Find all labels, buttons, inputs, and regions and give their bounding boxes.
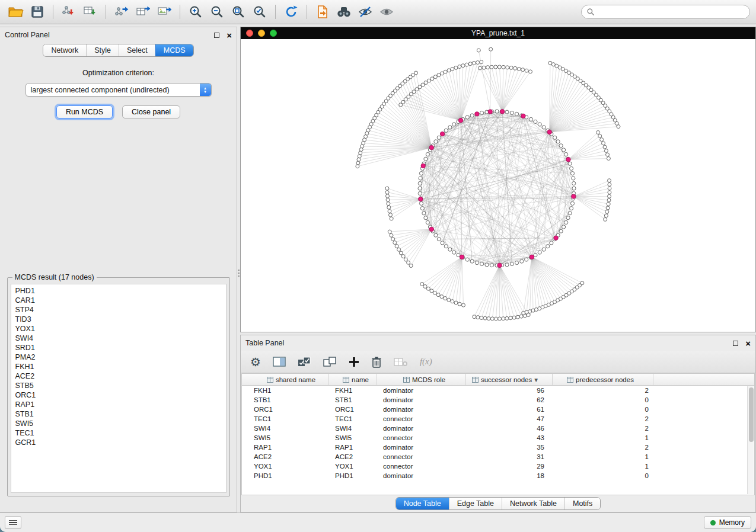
list-item[interactable]: STB1 <box>11 409 226 419</box>
export-table-button[interactable] <box>133 3 153 21</box>
memory-button[interactable]: Memory <box>704 516 751 529</box>
delete-table-button[interactable] <box>394 357 408 367</box>
create-column-button[interactable] <box>349 357 359 367</box>
cell-successor-nodes: 47 <box>466 414 553 424</box>
list-item[interactable]: SRD1 <box>11 343 226 352</box>
cell-predecessor-nodes: 1 <box>553 452 653 462</box>
open-folder-icon <box>8 5 24 18</box>
table-row[interactable]: SWI4 SWI4 dominator 46 2 <box>242 424 754 433</box>
list-item[interactable]: FKH1 <box>11 362 226 371</box>
cell-mcds-role: dominator <box>377 443 466 452</box>
tab-network-table[interactable]: Network Table <box>502 498 564 509</box>
zoom-selected-button[interactable] <box>250 3 270 21</box>
close-panel-button[interactable]: Close panel <box>122 105 180 118</box>
tab-node-table[interactable]: Node Table <box>396 498 449 509</box>
list-item[interactable]: SWI5 <box>11 419 226 428</box>
list-item[interactable]: YOX1 <box>11 324 226 334</box>
cell-successor-nodes: 29 <box>466 462 553 471</box>
list-item[interactable]: ORC1 <box>11 390 226 400</box>
list-item[interactable]: PMA2 <box>11 352 226 362</box>
cell-predecessor-nodes: 1 <box>553 433 653 443</box>
tab-style[interactable]: Style <box>86 44 119 56</box>
cell-name: SWI5 <box>329 433 377 443</box>
list-item[interactable]: PHD1 <box>11 286 226 296</box>
tab-network[interactable]: Network <box>43 44 86 56</box>
table-settings-button[interactable]: ⚙ <box>250 356 261 368</box>
list-item[interactable]: TEC1 <box>11 428 226 438</box>
cell-shared-name: PHD1 <box>249 471 329 480</box>
panel-splitter[interactable] <box>237 27 240 512</box>
close-table-panel-icon[interactable]: × <box>745 339 751 348</box>
import-table-icon <box>83 5 97 19</box>
function-builder-button[interactable]: f(x) <box>420 357 432 367</box>
minimize-window-icon[interactable] <box>258 30 265 37</box>
list-item[interactable]: SWI4 <box>11 334 226 343</box>
export-image-button[interactable] <box>154 3 174 21</box>
table-row[interactable]: ACE2 ACE2 connector 31 1 <box>242 452 754 462</box>
column-header-successor-nodes[interactable]: successor nodes ▾ <box>466 374 553 385</box>
network-search-button[interactable] <box>334 3 354 21</box>
tab-select[interactable]: Select <box>119 44 155 56</box>
cell-predecessor-nodes: 2 <box>553 386 653 395</box>
list-item[interactable]: CAR1 <box>11 296 226 305</box>
sort-indicator-icon: ▾ <box>534 376 538 384</box>
status-menu-button[interactable] <box>5 516 21 529</box>
import-network-button[interactable] <box>59 3 79 21</box>
apply-layout-button[interactable] <box>281 3 301 21</box>
table-row[interactable]: STB1 STB1 dominator 62 0 <box>242 395 754 405</box>
cell-successor-nodes: 62 <box>466 395 553 405</box>
run-mcds-button[interactable]: Run MCDS <box>56 105 113 118</box>
table-row[interactable]: YOX1 YOX1 connector 29 1 <box>242 462 754 471</box>
save-session-button[interactable] <box>27 3 47 21</box>
zoom-in-button[interactable] <box>186 3 206 21</box>
status-bar: Memory <box>0 512 756 532</box>
import-table-button[interactable] <box>80 3 100 21</box>
search-input[interactable] <box>598 8 745 16</box>
table-row[interactable]: PHD1 PHD1 dominator 18 0 <box>242 471 754 480</box>
table-row[interactable]: TEC1 TEC1 connector 47 2 <box>242 414 754 424</box>
list-item[interactable]: STP4 <box>11 305 226 315</box>
toggle-visibility-button[interactable] <box>377 3 397 21</box>
control-panel-tabbar: Network Style Select MCDS <box>0 44 237 57</box>
optimization-criterion-select[interactable]: largest connected component (undirected)… <box>25 83 212 97</box>
column-header-name[interactable]: name <box>329 374 377 385</box>
close-panel-icon[interactable]: × <box>227 31 232 40</box>
open-session-button[interactable] <box>6 3 26 21</box>
table-row[interactable]: ORC1 ORC1 dominator 61 0 <box>242 405 754 414</box>
delete-column-button[interactable] <box>371 356 382 368</box>
cell-mcds-role: dominator <box>377 405 466 414</box>
table-body: FKH1 FKH1 dominator 96 2 STB1 STB1 domin… <box>242 386 754 480</box>
zoom-fit-button[interactable] <box>228 3 248 21</box>
list-item[interactable]: GCR1 <box>11 438 226 447</box>
tab-mcds[interactable]: MCDS <box>155 44 193 56</box>
zoom-out-button[interactable] <box>207 3 227 21</box>
import-public-database-button[interactable] <box>312 3 333 21</box>
close-window-icon[interactable] <box>246 30 253 37</box>
tab-motifs[interactable]: Motifs <box>564 498 600 509</box>
list-item[interactable]: TID3 <box>11 315 226 324</box>
maximize-window-icon[interactable] <box>270 30 277 37</box>
list-item[interactable]: RAP1 <box>11 400 226 409</box>
column-header-shared-name[interactable]: shared name <box>249 374 329 385</box>
cell-predecessor-nodes: 2 <box>553 424 653 433</box>
float-panel-icon[interactable] <box>214 33 219 38</box>
table-row[interactable]: RAP1 RAP1 dominator 35 2 <box>242 443 754 452</box>
cell-predecessor-nodes: 0 <box>553 471 653 480</box>
right-area: YPA_prune.txt_1 Table Panel × ⚙ <box>240 27 756 512</box>
column-header-predecessor-nodes[interactable]: predecessor nodes <box>553 374 653 385</box>
list-item[interactable]: ACE2 <box>11 371 226 381</box>
scrollbar-thumb[interactable] <box>749 387 754 442</box>
table-row[interactable]: FKH1 FKH1 dominator 96 2 <box>242 386 754 395</box>
table-toolbar: ⚙ <box>241 351 755 373</box>
table-row[interactable]: SWI5 SWI5 connector 43 1 <box>242 433 754 443</box>
export-network-button[interactable] <box>111 3 132 21</box>
deselect-all-button[interactable] <box>323 357 337 367</box>
graphics-details-button[interactable] <box>355 3 375 21</box>
network-canvas[interactable] <box>241 39 755 332</box>
column-header-mcds-role[interactable]: MCDS role <box>377 374 466 385</box>
float-table-panel-icon[interactable] <box>733 341 738 346</box>
select-all-button[interactable] <box>298 357 311 367</box>
list-item[interactable]: STB5 <box>11 381 226 390</box>
tab-edge-table[interactable]: Edge Table <box>449 498 502 509</box>
column-panel-button[interactable] <box>273 356 286 367</box>
